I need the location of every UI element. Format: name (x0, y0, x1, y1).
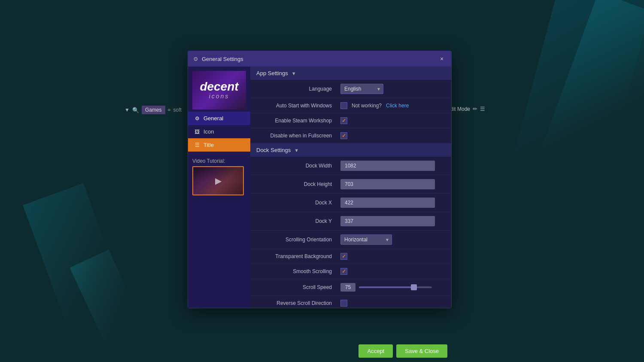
transparent-bg-label: Transparent Background (259, 253, 340, 259)
topbar-settings-icon[interactable]: ☰ (480, 106, 485, 112)
dock-settings-label: Dock Settings (256, 147, 291, 153)
logo-main-text: decent (200, 81, 238, 93)
search-icon[interactable]: 🔍 (132, 107, 139, 113)
dialog-title: General Settings (202, 56, 243, 62)
app-settings-header[interactable]: App Settings ▼ (250, 67, 451, 80)
close-button[interactable]: × (437, 55, 446, 63)
steam-workshop-control (340, 117, 445, 124)
smooth-scrolling-control (340, 268, 445, 275)
dock-width-row: Dock Width (250, 157, 451, 175)
language-label: Language (259, 86, 340, 92)
title-item-icon: ☰ (194, 142, 200, 148)
language-control: English Spanish French German ▼ (340, 84, 445, 94)
video-section: Video Tutorial: ▶ (188, 152, 250, 195)
auto-start-label: Auto Start with Windows (259, 103, 340, 109)
edit-mode-bar: Edit Mode ✏ ☰ (447, 106, 485, 112)
video-thumbnail[interactable]: ▶ (192, 166, 244, 195)
dock-y-input[interactable] (340, 216, 435, 226)
auto-start-checkbox[interactable] (340, 102, 347, 109)
dock-width-control (340, 161, 445, 171)
scrolling-select-wrap: Horizontal Vertical ▼ (340, 234, 392, 245)
transparent-bg-control (340, 253, 445, 260)
dock-height-control (340, 179, 445, 189)
scroll-speed-track[interactable] (359, 286, 432, 288)
app-logo: decent icons (192, 71, 246, 110)
dock-settings-chevron: ▼ (294, 148, 299, 153)
dialog-content: decent icons ⚙ General 🖼 Icon ☰ Title V (188, 67, 451, 308)
games-badge[interactable]: Games (142, 106, 165, 114)
smooth-scrolling-label: Smooth Scrolling (259, 268, 340, 274)
dock-height-input[interactable] (340, 179, 435, 189)
steam-workshop-label: Enable Steam Workshop (259, 118, 340, 124)
reverse-scroll-control (340, 300, 445, 307)
sidebar-item-icon[interactable]: 🖼 Icon (188, 125, 250, 138)
language-select[interactable]: English Spanish French German (340, 84, 383, 94)
save-close-button[interactable]: Save & Close (396, 344, 447, 358)
disable-fullscreen-control (340, 132, 445, 139)
dialog-title-area: ⚙ General Settings (193, 56, 243, 62)
dock-x-row: Dock X (250, 194, 451, 212)
dock-height-row: Dock Height (250, 175, 451, 194)
scrolling-orientation-select[interactable]: Horizontal Vertical (340, 234, 392, 245)
dropdown-arrow-icon[interactable]: ▼ (125, 107, 130, 113)
logo-sub-text: icons (209, 93, 230, 100)
general-settings-dialog: ⚙ General Settings × decent icons ⚙ Gene… (188, 51, 452, 308)
auto-start-control: Not working? Click here (340, 102, 445, 109)
dock-x-label: Dock X (259, 200, 340, 206)
accept-button[interactable]: Accept (358, 344, 393, 358)
dock-y-row: Dock Y (250, 212, 451, 231)
bg-stripe-1 (496, 0, 644, 244)
sidebar-general-label: General (204, 115, 223, 122)
scroll-speed-value: 75 (340, 283, 355, 292)
language-row: Language English Spanish French German ▼ (250, 80, 451, 98)
not-working-text: Not working? (352, 103, 382, 109)
reverse-scroll-label: Reverse Scroll Direction (259, 300, 340, 306)
scroll-speed-row: Scroll Speed 75 (250, 279, 451, 296)
equals-label: = (168, 107, 171, 113)
sidebar-icon-label: Icon (204, 128, 214, 135)
app-settings-chevron: ▼ (292, 71, 296, 76)
video-thumb-inner: ▶ (193, 167, 243, 195)
dock-x-input[interactable] (340, 198, 435, 208)
dock-width-label: Dock Width (259, 163, 340, 169)
soft-text: soft (173, 107, 182, 113)
smooth-scrolling-checkbox[interactable] (340, 268, 347, 275)
edit-icon[interactable]: ✏ (473, 106, 477, 112)
auto-start-row: Auto Start with Windows Not working? Cli… (250, 98, 451, 113)
click-here-link[interactable]: Click here (386, 103, 409, 109)
steam-workshop-checkbox[interactable] (340, 117, 347, 124)
scroll-speed-control: 75 (340, 283, 445, 292)
slider-fill (359, 286, 414, 288)
scrolling-orientation-control: Horizontal Vertical ▼ (340, 234, 445, 245)
scrolling-orientation-label: Scrolling Orientation (259, 237, 340, 243)
settings-sidebar: decent icons ⚙ General 🖼 Icon ☰ Title V (188, 67, 250, 308)
steam-workshop-row: Enable Steam Workshop (250, 113, 451, 128)
dock-settings-header[interactable]: Dock Settings ▼ (250, 143, 451, 157)
sidebar-title-label: Title (204, 142, 214, 148)
language-select-wrap: English Spanish French German ▼ (340, 84, 383, 94)
smooth-scrolling-row: Smooth Scrolling (250, 264, 451, 279)
video-label: Video Tutorial: (192, 158, 246, 164)
sidebar-nav: ⚙ General 🖼 Icon ☰ Title (188, 112, 250, 152)
general-icon: ⚙ (194, 116, 200, 122)
dock-width-input[interactable] (340, 161, 435, 171)
disable-fullscreen-checkbox[interactable] (340, 132, 347, 139)
bg-stripe-3 (23, 183, 128, 326)
top-bar: ▼ 🔍 Games = soft (125, 106, 182, 114)
transparent-bg-checkbox[interactable] (340, 253, 347, 260)
scrolling-orientation-row: Scrolling Orientation Horizontal Vertica… (250, 231, 451, 249)
icon-item-icon: 🖼 (194, 129, 200, 135)
slider-thumb[interactable] (411, 284, 417, 290)
dock-y-control (340, 216, 445, 226)
reverse-scroll-row: Reverse Scroll Direction (250, 296, 451, 308)
app-settings-label: App Settings (256, 70, 288, 76)
scroll-speed-label: Scroll Speed (259, 284, 340, 290)
dialog-titlebar: ⚙ General Settings × (188, 51, 451, 67)
dialog-footer: Accept Save & Close (188, 340, 452, 362)
settings-panel: App Settings ▼ Language English Spanish … (250, 67, 451, 308)
reverse-scroll-checkbox[interactable] (340, 300, 347, 307)
scroll-speed-slider-container: 75 (340, 283, 432, 292)
sidebar-item-general[interactable]: ⚙ General (188, 112, 250, 125)
transparent-bg-row: Transparent Background (250, 249, 451, 264)
sidebar-item-title[interactable]: ☰ Title (188, 138, 250, 152)
